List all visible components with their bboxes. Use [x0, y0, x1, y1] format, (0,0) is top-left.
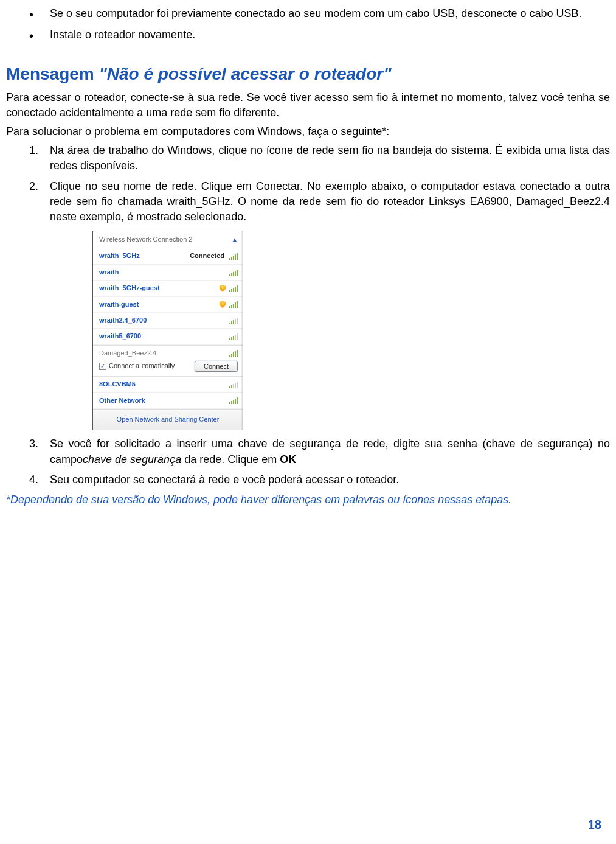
wifi-network-name: Other Network: [99, 396, 227, 405]
wifi-network-name: wraith-guest: [99, 300, 217, 309]
shield-warning-icon: [220, 285, 226, 292]
signal-strength-icon: [229, 397, 238, 404]
wifi-network-name: wraith5_6700: [99, 332, 227, 341]
paragraph: Para acessar o roteador, conecte-se à su…: [6, 90, 610, 120]
step-item: Seu computador se conectará à rede e voc…: [29, 472, 610, 487]
wifi-network-name: wraith2.4_6700: [99, 316, 227, 325]
step-text-bold: OK: [280, 453, 296, 466]
wifi-selected-block: Damaged_Beez2.4 ✓ Connect automatically …: [93, 345, 243, 377]
step-item: Clique no seu nome de rede. Clique em Co…: [29, 179, 610, 431]
wifi-network-list: 8OLCVBM5 Other Network: [93, 377, 243, 409]
wifi-status-connected: Connected: [190, 251, 224, 260]
wifi-network-item[interactable]: wraith2.4_6700: [93, 313, 243, 329]
signal-strength-icon: [229, 349, 238, 357]
wifi-header-label: Wireless Network Connection 2: [99, 235, 192, 244]
wifi-network-item[interactable]: wraith: [93, 265, 243, 281]
connect-automatically-label: Connect automatically: [109, 361, 192, 371]
wifi-network-item[interactable]: Other Network: [93, 393, 243, 409]
wifi-network-name: wraith_5GHz-guest: [99, 284, 217, 293]
step-text: da rede. Clique em: [181, 453, 280, 466]
wifi-network-name: wraith_5GHz: [99, 251, 187, 260]
footnote: *Dependendo de sua versão do Windows, po…: [6, 492, 610, 507]
step-text: Clique no seu nome de rede. Clique em Co…: [50, 180, 610, 223]
heading-italic: "Não é possível acessar o roteador": [99, 65, 392, 83]
wifi-network-item[interactable]: wraith-guest: [93, 297, 243, 313]
wifi-network-name: Damaged_Beez2.4: [99, 349, 229, 358]
scrollbar-shadow: [241, 231, 243, 430]
wifi-networks-popup: Wireless Network Connection 2 ▲ wraith_5…: [92, 231, 243, 430]
step-item: Se você for solicitado a inserir uma cha…: [29, 436, 610, 467]
wifi-network-item[interactable]: wraith_5GHz-guest: [93, 281, 243, 296]
network-sharing-center-link[interactable]: Open Network and Sharing Center: [93, 409, 243, 430]
wifi-network-list: wraith_5GHz Connected wraith wraith_5GHz…: [93, 248, 243, 344]
connect-button[interactable]: Connect: [195, 361, 238, 372]
step-item: Na área de trabalho do Windows, clique n…: [29, 143, 610, 173]
wifi-network-item[interactable]: Damaged_Beez2.4: [99, 347, 238, 361]
connect-automatically-checkbox[interactable]: ✓: [99, 363, 106, 370]
chevron-up-icon: ▲: [232, 235, 238, 244]
signal-strength-icon: [229, 285, 238, 292]
signal-strength-icon: [229, 381, 238, 388]
wifi-network-name: 8OLCVBM5: [99, 380, 227, 389]
wifi-network-item[interactable]: 8OLCVBM5: [93, 377, 243, 392]
paragraph: Para solucionar o problema em computador…: [6, 124, 610, 139]
heading-plain: Mensagem: [6, 65, 99, 83]
signal-strength-icon: [229, 301, 238, 308]
wifi-network-item[interactable]: wraith_5GHz Connected: [93, 248, 243, 264]
wifi-network-name: wraith: [99, 268, 227, 277]
signal-strength-icon: [229, 253, 238, 260]
steps-list: Na área de trabalho do Windows, clique n…: [6, 143, 610, 487]
intro-bullet: Se o seu computador foi previamente cone…: [29, 6, 610, 21]
signal-strength-icon: [229, 269, 238, 276]
wifi-network-item[interactable]: wraith5_6700: [93, 329, 243, 344]
section-heading: Mensagem "Não é possível acessar o rotea…: [6, 62, 610, 86]
signal-strength-icon: [229, 317, 238, 324]
intro-bullet-list: Se o seu computador foi previamente cone…: [6, 6, 610, 43]
signal-strength-icon: [229, 333, 238, 340]
intro-bullet: Instale o roteador novamente.: [29, 27, 610, 43]
wifi-popup-header[interactable]: Wireless Network Connection 2 ▲: [93, 231, 243, 248]
shield-warning-icon: [220, 301, 226, 308]
step-text-italic: chave de segurança: [83, 453, 181, 466]
